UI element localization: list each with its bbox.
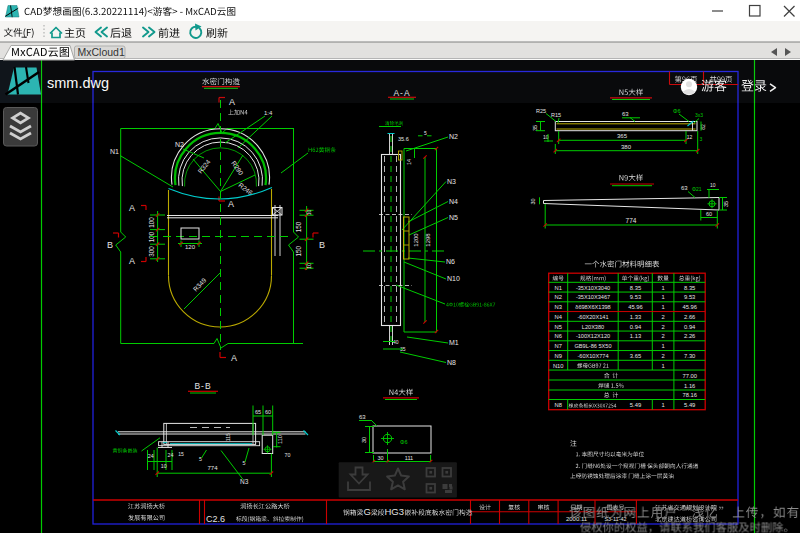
svg-text:N4: N4 xyxy=(554,314,562,320)
svg-text:N6: N6 xyxy=(446,258,455,265)
svg-text:10: 10 xyxy=(710,182,716,188)
svg-text:77.00: 77.00 xyxy=(682,373,697,379)
svg-text:N5: N5 xyxy=(554,324,561,330)
svg-text:1.13: 1.13 xyxy=(630,333,641,339)
svg-text:60: 60 xyxy=(265,409,271,415)
svg-text:63: 63 xyxy=(359,414,366,420)
svg-text:30: 30 xyxy=(377,455,383,461)
svg-text:δ698X6X1398: δ698X6X1398 xyxy=(575,304,610,310)
svg-text:2: 2 xyxy=(661,324,664,330)
svg-text:60: 60 xyxy=(706,211,712,217)
svg-text:N2: N2 xyxy=(175,141,184,148)
svg-text:N8: N8 xyxy=(554,402,561,408)
svg-text:R25: R25 xyxy=(536,108,546,114)
svg-text:A: A xyxy=(228,199,234,209)
svg-text:1: 1 xyxy=(661,343,664,349)
svg-text:1.16: 1.16 xyxy=(684,383,695,389)
svg-text:2: 2 xyxy=(661,333,664,339)
svg-text:GB9L-86 5X50: GB9L-86 5X50 xyxy=(574,343,611,349)
svg-text:B: B xyxy=(107,240,113,250)
svg-text:30: 30 xyxy=(361,437,367,443)
svg-text:N1: N1 xyxy=(554,285,561,291)
svg-text:1200: 1200 xyxy=(413,233,419,247)
svg-text:150: 150 xyxy=(295,221,302,232)
svg-text:1:4: 1:4 xyxy=(264,110,273,116)
svg-text:9.53: 9.53 xyxy=(684,294,695,300)
svg-text:L20X380: L20X380 xyxy=(582,324,604,330)
svg-text:1: 1 xyxy=(661,363,664,369)
svg-text:0.94: 0.94 xyxy=(630,324,642,330)
svg-text:120: 120 xyxy=(185,244,196,250)
svg-text:300: 300 xyxy=(148,246,155,257)
svg-text:110: 110 xyxy=(277,435,283,444)
svg-text:N1: N1 xyxy=(110,148,119,155)
svg-text:78.16: 78.16 xyxy=(682,392,697,398)
svg-text:1: 1 xyxy=(661,402,664,408)
svg-text:24: 24 xyxy=(148,453,154,459)
svg-text:15: 15 xyxy=(178,451,184,457)
svg-text:14: 14 xyxy=(406,159,412,165)
svg-text:N8: N8 xyxy=(447,359,456,366)
svg-text:3.65: 3.65 xyxy=(630,353,641,359)
svg-text:150: 150 xyxy=(295,246,302,257)
svg-text:3: 3 xyxy=(700,136,703,142)
svg-text:N2: N2 xyxy=(449,133,458,140)
svg-text:B-B: B-B xyxy=(194,381,211,391)
svg-text:-60X20X141: -60X20X141 xyxy=(577,314,608,320)
svg-text:-60X10X774: -60X10X774 xyxy=(577,353,608,359)
svg-text:10: 10 xyxy=(306,263,312,269)
svg-text:115: 115 xyxy=(225,433,231,441)
svg-text:smm.dwg: smm.dwg xyxy=(47,75,109,91)
svg-text:0.94: 0.94 xyxy=(684,324,696,330)
svg-text:N10: N10 xyxy=(553,363,564,369)
svg-text:HG3: HG3 xyxy=(385,506,405,517)
svg-text:35: 35 xyxy=(723,201,729,207)
svg-text:100: 100 xyxy=(148,217,155,228)
svg-text:Φ6: Φ6 xyxy=(400,439,407,445)
svg-text:1: 1 xyxy=(661,294,664,300)
svg-text:Φ6: Φ6 xyxy=(673,108,680,114)
svg-text:7.30: 7.30 xyxy=(684,353,695,359)
svg-text:12: 12 xyxy=(687,134,693,140)
svg-text:9.53: 9.53 xyxy=(630,294,641,300)
svg-text:1298: 1298 xyxy=(425,233,431,247)
svg-text:45.96: 45.96 xyxy=(628,304,643,310)
svg-text:63: 63 xyxy=(622,111,629,117)
svg-text:G: G xyxy=(363,506,370,517)
svg-text:5.49: 5.49 xyxy=(684,402,695,408)
svg-text:1: 1 xyxy=(661,304,664,310)
svg-text:774: 774 xyxy=(207,465,218,471)
svg-text:70: 70 xyxy=(285,452,291,458)
svg-text:A: A xyxy=(231,353,237,363)
svg-text:35.6: 35.6 xyxy=(398,136,409,142)
svg-text:5: 5 xyxy=(199,456,202,462)
svg-text:380: 380 xyxy=(621,144,632,150)
svg-text:35: 35 xyxy=(532,125,538,131)
svg-text:63: 63 xyxy=(681,185,688,191)
svg-text:N3: N3 xyxy=(447,178,456,185)
svg-text:8.35: 8.35 xyxy=(630,285,641,291)
svg-text:10: 10 xyxy=(306,210,312,216)
svg-text:N7: N7 xyxy=(554,343,561,349)
svg-text:N9: N9 xyxy=(554,353,561,359)
svg-text:A: A xyxy=(129,203,135,213)
svg-text:10: 10 xyxy=(161,463,167,469)
svg-text:2: 2 xyxy=(661,314,664,320)
svg-text:5.49: 5.49 xyxy=(630,402,641,408)
svg-text:R15: R15 xyxy=(551,112,561,118)
svg-text:30: 30 xyxy=(530,198,536,204)
svg-text:8.35: 8.35 xyxy=(684,285,695,291)
svg-text:1.33: 1.33 xyxy=(630,314,641,320)
svg-text:774: 774 xyxy=(626,217,637,224)
svg-text:365: 365 xyxy=(617,133,628,139)
svg-text:C2.6: C2.6 xyxy=(206,514,225,524)
svg-text:B: B xyxy=(319,240,325,250)
svg-text:N2: N2 xyxy=(554,294,561,300)
svg-text:2.66: 2.66 xyxy=(684,314,695,320)
svg-text:65: 65 xyxy=(255,409,261,415)
svg-text:A: A xyxy=(129,256,135,266)
svg-text:N3: N3 xyxy=(240,478,249,485)
svg-text:5: 5 xyxy=(424,130,427,136)
svg-text:N5: N5 xyxy=(449,214,458,221)
svg-text:2.26: 2.26 xyxy=(684,333,695,339)
